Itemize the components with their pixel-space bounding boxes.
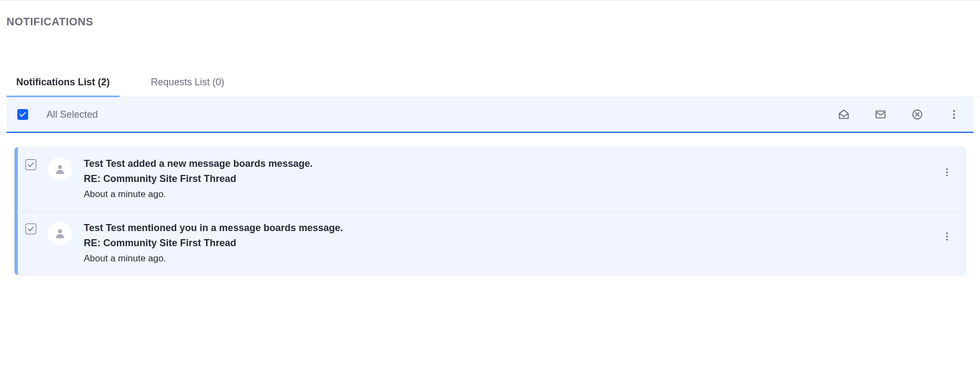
svg-point-6 xyxy=(946,168,948,170)
page-title: NOTIFICATIONS xyxy=(0,1,980,28)
tab-notifications-list[interactable]: Notifications List (2) xyxy=(6,70,119,97)
notifications-list: Test Test added a new message boards mes… xyxy=(0,133,980,275)
svg-point-12 xyxy=(946,239,948,240)
mark-as-read-icon[interactable] xyxy=(837,108,850,121)
svg-point-5 xyxy=(58,165,62,169)
notification-checkbox[interactable] xyxy=(25,224,36,234)
svg-point-4 xyxy=(953,117,955,119)
svg-point-2 xyxy=(953,110,955,112)
more-actions-icon[interactable] xyxy=(948,108,961,121)
selection-status-text: All Selected xyxy=(46,109,98,120)
bulk-action-toolbar: All Selected xyxy=(6,97,974,133)
svg-point-11 xyxy=(946,235,948,237)
svg-point-9 xyxy=(58,229,62,233)
notification-time: About a minute ago. xyxy=(84,252,930,266)
avatar xyxy=(48,221,72,245)
tabs: Notifications List (2) Requests List (0) xyxy=(0,70,980,97)
avatar xyxy=(48,157,72,181)
select-all-checkbox[interactable] xyxy=(17,109,28,120)
svg-point-7 xyxy=(946,171,948,173)
svg-point-10 xyxy=(946,232,948,234)
mark-as-unread-icon[interactable] xyxy=(874,108,887,121)
delete-icon[interactable] xyxy=(911,108,924,121)
tab-requests-list[interactable]: Requests List (0) xyxy=(141,70,234,97)
notification-subject: RE: Community Site First Thread xyxy=(84,172,930,186)
notification-time: About a minute ago. xyxy=(84,187,930,201)
svg-point-3 xyxy=(953,113,955,116)
notification-more-icon[interactable] xyxy=(942,167,952,180)
notification-more-icon[interactable] xyxy=(942,231,952,244)
notification-title: Test Test mentioned you in a message boa… xyxy=(84,221,930,235)
notification-subject: RE: Community Site First Thread xyxy=(84,236,930,251)
notification-checkbox[interactable] xyxy=(25,159,36,170)
svg-point-8 xyxy=(946,174,948,176)
notification-title: Test Test added a new message boards mes… xyxy=(84,157,930,171)
notification-item[interactable]: Test Test mentioned you in a message boa… xyxy=(15,211,965,275)
notification-item[interactable]: Test Test added a new message boards mes… xyxy=(15,147,965,211)
